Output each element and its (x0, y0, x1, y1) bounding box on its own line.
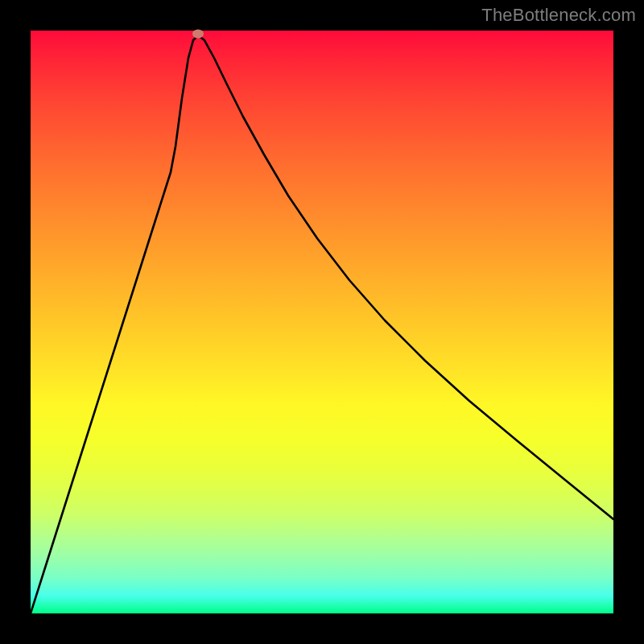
minimum-marker (192, 30, 204, 39)
bottleneck-curve (31, 31, 613, 613)
chart-frame: TheBottleneck.com (0, 0, 644, 644)
watermark-text: TheBottleneck.com (481, 5, 636, 26)
plot-area (31, 31, 613, 613)
